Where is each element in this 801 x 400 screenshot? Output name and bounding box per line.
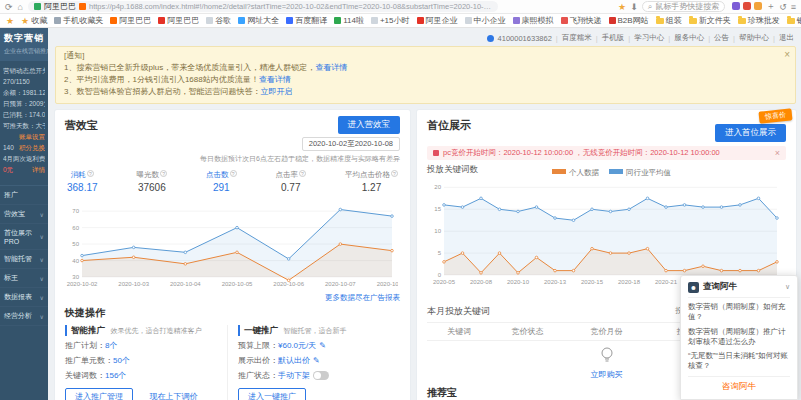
bookmark-item[interactable]: +15小时 — [371, 15, 410, 26]
sidebar-link[interactable]: 积分兑换 — [19, 142, 45, 153]
panel-right-head: 首位展示 进入首位展示 — [427, 116, 786, 142]
chat-question[interactable]: 数字营销（周期制度）如何充值？ — [688, 302, 790, 322]
account-bar-item[interactable]: 公告 — [714, 33, 729, 43]
enter-shouwei-button[interactable]: 进入首位展示 — [715, 124, 786, 142]
info-icon[interactable]: ? — [87, 170, 94, 177]
status-toggle[interactable] — [313, 371, 329, 380]
enter-yingxiaobao-button[interactable]: 进入营效宝 — [338, 116, 401, 134]
notice-link[interactable]: 查看详情 — [259, 75, 291, 84]
bookmarks-star-icon[interactable]: ★ — [6, 16, 14, 26]
bookmark-item[interactable]: 阿里巴巴 — [158, 15, 199, 26]
refresh-icon[interactable]: ⟳ — [5, 2, 13, 12]
shield-icon[interactable] — [743, 2, 751, 10]
svg-text:2020-10-07: 2020-10-07 — [325, 281, 356, 287]
info-icon[interactable]: ? — [299, 170, 306, 177]
notice-link[interactable]: 查看详情 — [315, 63, 347, 72]
edit-icon[interactable]: ✎ — [313, 356, 320, 365]
bookmark-item[interactable]: 珍珠批发 — [738, 15, 780, 26]
report-link-left[interactable]: 更多数据尽在广告报表 — [65, 293, 400, 303]
adjust-price-link[interactable]: 现在上下调价 — [149, 392, 197, 400]
account-bar-item[interactable]: 手机版 — [602, 33, 625, 43]
pinwheel-icon[interactable] — [754, 2, 762, 10]
sidebar-item-智能托管[interactable]: 智能托管∨ — [0, 250, 48, 269]
smart-promo-name: 智能推广 — [71, 325, 105, 335]
browser-menu-icon[interactable]: ≡ — [791, 2, 796, 12]
search-text: 鼠标手势快捷搜索 — [655, 1, 719, 12]
sidebar-item-数据报表[interactable]: 数据报表∨ — [0, 288, 48, 307]
notice-close-icon[interactable]: × — [784, 49, 790, 60]
chevron-down-icon: ∨ — [40, 275, 44, 282]
account-bar-item[interactable]: 百度糯米 — [562, 33, 592, 43]
bookmark-item[interactable]: 114啦 — [334, 15, 364, 26]
enter-promo-manage-button[interactable]: 进入推广管理 — [65, 388, 133, 400]
sidebar-stat-text: 可推天数：大于15 — [3, 120, 45, 131]
url-text: https://p4p.1688.com/index.html#!/home2/… — [89, 2, 492, 11]
svg-text:40: 40 — [72, 258, 79, 264]
svg-text:10: 10 — [434, 228, 441, 234]
bookmark-item[interactable]: ★收藏 — [21, 15, 47, 26]
sidebar-stat-row: 270/1150 — [3, 76, 45, 87]
consult-aniu-link[interactable]: 咨询阿牛 — [688, 376, 790, 393]
sidebar-item-推广[interactable]: 推广 — [0, 186, 48, 205]
bookmark-item[interactable]: B2B网站 — [609, 15, 649, 26]
sidebar-item-label: 推广 — [4, 190, 18, 200]
avatar: ☻ — [688, 282, 699, 293]
op-label: 推广状态： — [238, 370, 278, 381]
kpi-value: 368.17 — [67, 182, 98, 193]
info-icon[interactable]: ? — [160, 170, 167, 177]
download-icon[interactable]: ⬇ — [630, 2, 638, 12]
bookmark-item[interactable]: 谷歌 — [206, 15, 231, 26]
bookmark-item[interactable]: 中小企业 — [465, 15, 506, 26]
enter-onekey-promo-button[interactable]: 进入一键推广 — [238, 388, 306, 400]
bookmark-folder-icon — [787, 18, 795, 24]
month-keywords-title: 本月投放关键词 — [427, 305, 490, 318]
sidebar-stat-row: 账单设置 — [3, 131, 45, 142]
info-icon[interactable]: ? — [391, 170, 398, 177]
extension-icon[interactable] — [732, 2, 740, 10]
bookmark-item[interactable]: 百度翻译 — [286, 15, 327, 26]
account-bar-item[interactable]: 帮助中心 — [739, 33, 769, 43]
bookmark-item[interactable]: 银行金融 — [787, 15, 801, 26]
chevron-down-icon: ∨ — [40, 294, 44, 301]
chat-header[interactable]: ☻ 查询阿牛 ∨ — [688, 281, 790, 298]
bookmark-item[interactable]: 康熙模拟 — [513, 15, 554, 26]
edit-icon[interactable]: ✎ — [319, 341, 326, 350]
sidebar-item-经营分析[interactable]: 经营分析∨ — [0, 307, 48, 326]
separator: | — [556, 34, 558, 43]
bookmark-item[interactable]: 阿里巴巴 — [110, 15, 151, 26]
bookmark-item[interactable]: 手机收藏夹 — [54, 15, 103, 26]
chat-chevron-icon[interactable]: ∨ — [785, 283, 790, 291]
op-value: 50个 — [113, 355, 130, 366]
account-bar-item[interactable]: 退出 — [779, 33, 794, 43]
sidebar-item-标王[interactable]: 标王∨ — [0, 269, 48, 288]
notice-link[interactable]: 立即开启 — [260, 87, 292, 96]
bookmark-star-icon[interactable]: ★ — [618, 2, 626, 12]
bookmark-item[interactable]: 新文件夹 — [689, 15, 731, 26]
browser-search-input[interactable]: ⌕ 鼠标手势快捷搜索 — [642, 1, 725, 12]
sidebar-item-首位展示PRO[interactable]: 首位展示PRO∨ — [0, 224, 48, 250]
account-bar: 4100001633862|百度糯米|手机版|学习中心|服务中心|公告|帮助中心… — [55, 30, 796, 46]
bookmark-item[interactable]: 飞翔快递 — [561, 15, 602, 26]
kpi-label: 消耗? — [67, 170, 98, 180]
home-icon[interactable]: ⌂ — [18, 2, 23, 12]
chat-question[interactable]: 数字营销（周期制度）推广计划审核不通过怎么办 — [688, 327, 790, 347]
bookmark-item[interactable]: 组装 — [656, 15, 682, 26]
chat-question[interactable]: “无尾数”“当日未消耗”如何对账核查？ — [688, 351, 790, 371]
panel-yingxiaobao: 营效宝 进入营效宝 2020-10-02至2020-10-08 每日数据预计次日… — [55, 110, 410, 400]
date-range-picker[interactable]: 2020-10-02至2020-10-08 — [302, 137, 400, 151]
svg-text:2020-10-02: 2020-10-02 — [67, 281, 98, 287]
bookmark-item[interactable]: 网址大全 — [238, 15, 279, 26]
account-bar-item[interactable]: 学习中心 — [634, 33, 664, 43]
bidding-notice-close-icon[interactable]: × — [771, 148, 780, 158]
sidebar-link[interactable]: 详情 — [32, 164, 45, 175]
sidebar-link[interactable]: 账单设置 — [19, 131, 45, 142]
account-bar-item[interactable]: 服务中心 — [674, 33, 704, 43]
url-field[interactable]: 阿里巴巴 https://p4p.1688.com/index.html#!/h… — [28, 1, 498, 12]
bookmark-item[interactable]: 阿里企业 — [417, 15, 458, 26]
sidebar-item-营效宝[interactable]: 营效宝∨ — [0, 205, 48, 224]
account-bar-item[interactable]: 4100001633862 — [498, 34, 552, 43]
info-icon[interactable]: ? — [230, 170, 237, 177]
separator: | — [708, 34, 710, 43]
restore-icon[interactable]: ↺ — [779, 2, 787, 12]
add-icon[interactable]: ＋ — [766, 0, 775, 13]
